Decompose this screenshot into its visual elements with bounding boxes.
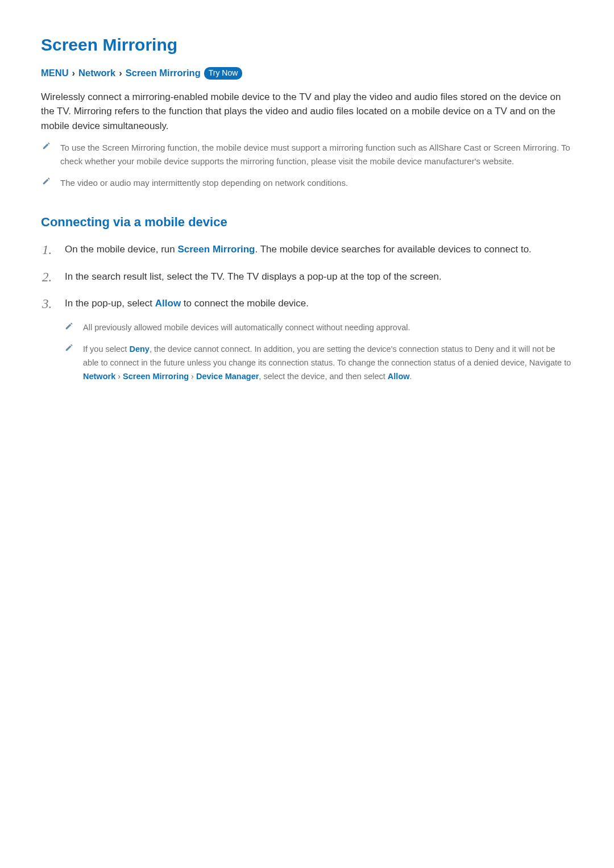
step-3: In the pop-up, select Allow to connect t… bbox=[42, 296, 573, 383]
note-text-part: If you select bbox=[83, 344, 129, 354]
device-manager-keyword: Device Manager bbox=[196, 372, 259, 381]
note-text: The video or audio may intermittently st… bbox=[60, 176, 348, 190]
note-item: The video or audio may intermittently st… bbox=[42, 176, 573, 190]
step-keyword: Allow bbox=[155, 298, 181, 309]
note-text-part: , the device cannot connect. In addition… bbox=[83, 344, 571, 367]
steps-list: On the mobile device, run Screen Mirrori… bbox=[41, 242, 573, 383]
note-item: If you select Deny, the device cannot co… bbox=[65, 343, 573, 384]
section-title: Connecting via a mobile device bbox=[41, 215, 573, 230]
step-text: In the search result list, select the TV… bbox=[65, 271, 442, 282]
try-now-button[interactable]: Try Now bbox=[204, 67, 243, 80]
pencil-icon bbox=[65, 322, 73, 330]
step-text: . The mobile device searches for availab… bbox=[255, 244, 532, 255]
chevron-right-icon: › bbox=[119, 68, 122, 78]
note-text: If you select Deny, the device cannot co… bbox=[83, 343, 573, 384]
note-text-part: . bbox=[410, 372, 412, 381]
breadcrumb-screen-mirroring: Screen Mirroring bbox=[126, 68, 201, 78]
note-item: All previously allowed mobile devices wi… bbox=[65, 321, 573, 335]
step-1: On the mobile device, run Screen Mirrori… bbox=[42, 242, 573, 257]
breadcrumb: MENU › Network › Screen Mirroring Try No… bbox=[41, 67, 573, 80]
screen-mirroring-keyword: Screen Mirroring bbox=[123, 372, 189, 381]
network-keyword: Network bbox=[83, 372, 115, 381]
chevron-right-icon: › bbox=[72, 68, 76, 78]
step-keyword: Screen Mirroring bbox=[177, 244, 255, 255]
step-2: In the search result list, select the TV… bbox=[42, 269, 573, 284]
pencil-icon bbox=[65, 344, 73, 352]
pencil-icon bbox=[42, 142, 50, 150]
chevron-right-icon: › bbox=[118, 372, 121, 381]
note-text-part: , select the device, and then select bbox=[259, 372, 388, 381]
chevron-right-icon: › bbox=[191, 372, 194, 381]
top-notes-list: To use the Screen Mirroring function, th… bbox=[41, 141, 573, 190]
intro-paragraph: Wirelessly connect a mirroring-enabled m… bbox=[41, 90, 573, 134]
breadcrumb-network: Network bbox=[78, 68, 115, 78]
note-item: To use the Screen Mirroring function, th… bbox=[42, 141, 573, 168]
pencil-icon bbox=[42, 177, 50, 185]
step-text: In the pop-up, select bbox=[65, 298, 155, 309]
deny-keyword: Deny bbox=[129, 344, 149, 354]
sub-notes-list: All previously allowed mobile devices wi… bbox=[65, 321, 573, 384]
note-text: To use the Screen Mirroring function, th… bbox=[60, 141, 573, 168]
note-text: All previously allowed mobile devices wi… bbox=[83, 321, 410, 335]
page-title: Screen Mirroring bbox=[41, 35, 573, 55]
allow-keyword: Allow bbox=[388, 372, 410, 381]
step-text: On the mobile device, run bbox=[65, 244, 177, 255]
breadcrumb-menu: MENU bbox=[41, 68, 69, 78]
step-text: to connect the mobile device. bbox=[181, 298, 309, 309]
